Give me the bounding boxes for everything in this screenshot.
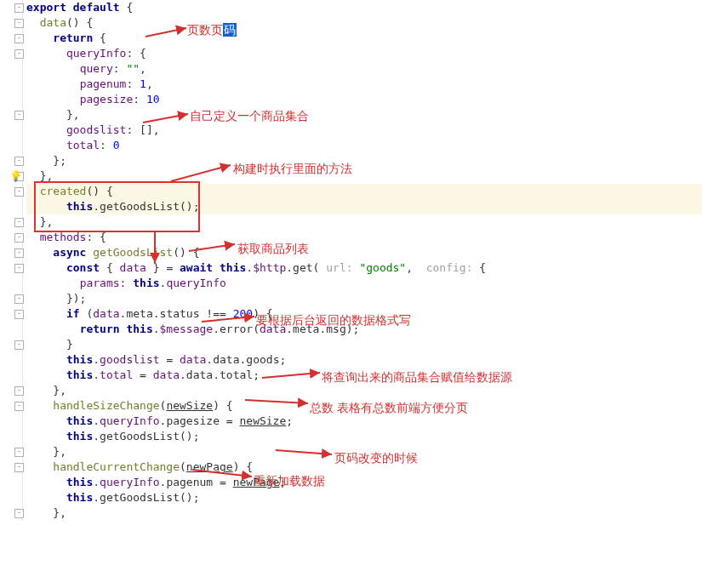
- number-literal: 0: [113, 139, 120, 151]
- code-line[interactable]: this.queryInfo.pagesize = newSize;: [26, 414, 702, 429]
- fold-icon[interactable]: -: [14, 34, 24, 43]
- code-line[interactable]: this.queryInfo.pagenum = newPage;: [26, 475, 702, 490]
- code-line[interactable]: - methods: {: [26, 230, 702, 245]
- code-line[interactable]: pagesize: 10: [26, 92, 702, 107]
- code-line[interactable]: - data() {: [26, 15, 702, 31]
- code-line[interactable]: - });: [26, 291, 702, 306]
- code-line[interactable]: - handleCurrentChange(newPage) {: [26, 460, 702, 475]
- code-line[interactable]: - }: [26, 337, 702, 352]
- gutter: [0, 0, 23, 521]
- number-literal: 200: [233, 307, 253, 320]
- fold-icon[interactable]: -: [14, 111, 24, 120]
- fold-icon[interactable]: -: [14, 19, 24, 28]
- string-literal: "": [126, 62, 140, 75]
- code-line[interactable]: - },: [26, 444, 702, 460]
- code-editor[interactable]: -export default { - data() { - return { …: [0, 0, 702, 521]
- number-literal: 10: [146, 93, 160, 106]
- number-literal: 1: [140, 77, 146, 90]
- code-line[interactable]: this.getGoodsList();: [26, 429, 702, 444]
- fold-icon[interactable]: -: [14, 463, 24, 472]
- fold-icon[interactable]: -: [14, 3, 24, 13]
- fold-icon[interactable]: -: [14, 402, 24, 411]
- code-line[interactable]: this.getGoodsList();: [26, 199, 702, 214]
- fold-icon[interactable]: -: [14, 310, 24, 319]
- fold-icon[interactable]: -: [14, 294, 24, 304]
- code-line[interactable]: params: this.queryInfo: [26, 276, 702, 291]
- code-line[interactable]: - queryInfo: {: [26, 46, 702, 61]
- code-line[interactable]: - handleSizeChange(newSize) {: [26, 398, 702, 414]
- fold-icon[interactable]: -: [14, 386, 24, 396]
- code-line[interactable]: - };: [26, 153, 702, 168]
- fold-icon[interactable]: -: [14, 157, 24, 166]
- fold-icon[interactable]: -: [14, 218, 24, 227]
- code-line[interactable]: this.goodslist = data.data.goods;: [26, 352, 702, 368]
- fold-icon[interactable]: -: [14, 340, 24, 350]
- code-line[interactable]: - return {: [26, 31, 702, 46]
- code-line[interactable]: this.total = data.data.total;: [26, 368, 702, 383]
- code-line[interactable]: - },: [26, 505, 702, 521]
- code-line[interactable]: pagenum: 1,: [26, 77, 702, 92]
- fold-icon[interactable]: -: [14, 509, 24, 518]
- code-line[interactable]: - },: [26, 383, 702, 398]
- code-line[interactable]: - created() {: [26, 184, 702, 199]
- fold-icon[interactable]: -: [14, 248, 24, 258]
- fold-icon[interactable]: -: [14, 264, 24, 273]
- code-line[interactable]: - },: [26, 214, 702, 230]
- code-line[interactable]: - if (data.meta.status !== 200) {: [26, 306, 702, 322]
- fold-icon[interactable]: -: [14, 233, 24, 243]
- code-line[interactable]: - const { data } = await this.$http.get(…: [26, 260, 702, 276]
- lightbulb-icon[interactable]: 💡: [9, 168, 22, 184]
- code-line[interactable]: total: 0: [26, 138, 702, 153]
- code-line[interactable]: - 💡},: [26, 168, 702, 184]
- fold-icon[interactable]: -: [14, 187, 24, 197]
- code-line[interactable]: return this.$message.error(data.meta.msg…: [26, 322, 702, 337]
- code-line[interactable]: this.getGoodsList();: [26, 490, 702, 505]
- code-line[interactable]: goodslist: [],: [26, 123, 702, 138]
- fold-icon[interactable]: -: [14, 49, 24, 59]
- fold-icon[interactable]: -: [14, 448, 24, 457]
- string-literal: "goods": [359, 261, 406, 274]
- code-line[interactable]: query: "",: [26, 61, 702, 77]
- code-area[interactable]: -export default { - data() { - return { …: [23, 0, 702, 521]
- code-line[interactable]: -export default {: [26, 0, 702, 15]
- code-line[interactable]: - },: [26, 107, 702, 123]
- code-line[interactable]: - async getGoodsList() {: [26, 245, 702, 260]
